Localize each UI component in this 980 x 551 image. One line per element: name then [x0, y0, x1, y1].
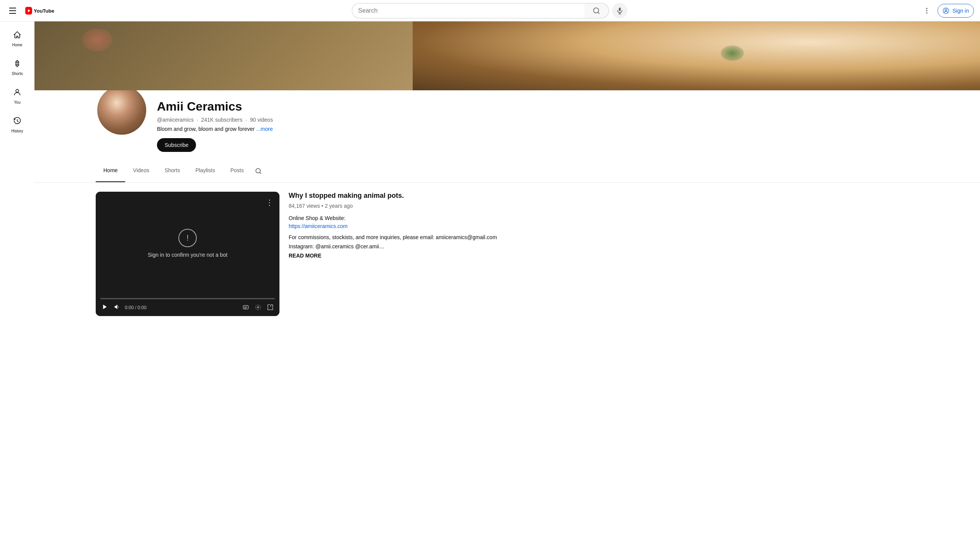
avatar-image	[97, 86, 146, 135]
video-more-button[interactable]: ⋮	[264, 196, 275, 209]
channel-avatar	[96, 84, 148, 136]
controls-row: 0:00 / 0:00	[100, 302, 275, 313]
svg-point-7	[926, 10, 928, 11]
volume-icon	[114, 304, 120, 310]
more-vert-icon	[923, 7, 931, 15]
subscriber-count: 241K subscribers	[201, 117, 242, 123]
subscribe-button[interactable]: Subscribe	[157, 138, 196, 152]
sidebar-item-history-label: History	[11, 129, 23, 133]
warning-icon: !	[178, 229, 197, 247]
svg-marker-14	[103, 305, 106, 309]
channel-banner	[34, 21, 980, 90]
tab-videos[interactable]: Videos	[125, 161, 157, 182]
channel-stats: @amiiceramics · 241K subscribers · 90 vi…	[157, 117, 919, 123]
banner-accent	[82, 28, 113, 51]
you-icon	[13, 88, 21, 98]
shorts-icon	[13, 59, 21, 69]
video-player[interactable]: ⋮ ! Sign in to confirm you're not a bot	[96, 192, 279, 316]
mute-button[interactable]	[113, 302, 122, 313]
video-meta: 84,167 views • 2 years ago	[289, 203, 919, 209]
fullscreen-icon	[267, 304, 273, 310]
channel-meta: Amii Ceramics @amiiceramics · 241K subsc…	[157, 99, 919, 152]
main-content: Amii Ceramics @amiiceramics · 241K subsc…	[34, 21, 980, 325]
hamburger-line	[9, 13, 16, 14]
svg-rect-3	[619, 7, 621, 11]
sidebar-item-you-label: You	[14, 100, 21, 104]
banner-image	[34, 21, 980, 90]
mic-icon	[616, 7, 624, 15]
sidebar-item-you[interactable]: You	[2, 82, 33, 111]
home-icon	[13, 31, 21, 41]
svg-point-8	[926, 12, 928, 13]
svg-point-6	[926, 8, 928, 9]
video-area: ⋮ ! Sign in to confirm you're not a bot	[96, 192, 279, 295]
tab-shorts[interactable]: Shorts	[157, 161, 188, 182]
sidebar-item-home-label: Home	[12, 43, 23, 47]
video-controls: 0:00 / 0:00	[96, 295, 279, 316]
channel-search-icon	[255, 167, 262, 175]
channel-handle: @amiiceramics	[157, 117, 194, 123]
play-icon	[102, 304, 108, 310]
tab-posts[interactable]: Posts	[223, 161, 252, 182]
channel-desc-more[interactable]: ...more	[256, 126, 273, 132]
video-sign-in-message: Sign in to confirm you're not a bot	[148, 252, 227, 258]
fullscreen-button[interactable]	[266, 303, 275, 313]
play-button[interactable]	[100, 302, 109, 313]
banner-cat-image	[413, 21, 980, 90]
history-icon	[13, 117, 21, 127]
youtube-logo-svg: YouTube	[25, 7, 60, 15]
tab-home[interactable]: Home	[96, 161, 125, 182]
time-display: 0:00 / 0:00	[125, 305, 147, 310]
voice-search-button[interactable]	[612, 3, 627, 18]
content-area: ⋮ ! Sign in to confirm you're not a bot	[34, 183, 980, 325]
video-title: Why I stopped making animal pots.	[289, 192, 919, 200]
subtitles-icon	[243, 304, 249, 310]
search-input[interactable]	[352, 3, 585, 18]
search-icon	[593, 7, 600, 15]
more-options-button[interactable]	[919, 3, 934, 18]
video-count: 90 videos	[250, 117, 273, 123]
search-form[interactable]	[352, 3, 609, 18]
subtitles-button[interactable]	[241, 303, 250, 313]
sign-in-button[interactable]: Sign in	[938, 4, 974, 18]
commission-text: For commissions, stockists, and more inq…	[289, 234, 919, 240]
channel-desc-text: Bloom and grow, bloom and grow forever	[157, 126, 255, 132]
channel-description: Bloom and grow, bloom and grow forever .…	[157, 126, 919, 132]
sign-in-label: Sign in	[952, 8, 969, 14]
svg-point-10	[945, 9, 947, 11]
shop-heading: Online Shop & Website:	[289, 215, 919, 221]
channel-info: Amii Ceramics @amiiceramics · 241K subsc…	[34, 90, 980, 161]
settings-button[interactable]	[253, 303, 263, 313]
sidebar-item-history[interactable]: History	[2, 111, 33, 139]
header-left: YouTube	[6, 5, 60, 17]
youtube-logo[interactable]: YouTube	[25, 7, 60, 15]
svg-point-12	[16, 90, 18, 92]
hamburger-button[interactable]	[6, 5, 19, 17]
sidebar: Home Shorts You H	[0, 21, 34, 325]
progress-bar[interactable]	[100, 298, 275, 299]
search-button[interactable]	[585, 3, 609, 18]
settings-icon	[255, 304, 261, 310]
channel-search-button[interactable]	[252, 161, 265, 182]
hamburger-line	[9, 10, 16, 11]
read-more-button[interactable]: READ MORE	[289, 253, 322, 259]
video-description: Why I stopped making animal pots. 84,167…	[289, 192, 919, 316]
banner-eye	[721, 46, 744, 61]
channel-tabs: Home Videos Shorts Playlists Posts	[34, 161, 980, 183]
svg-point-19	[257, 306, 259, 308]
header-center	[352, 3, 627, 18]
sidebar-item-shorts[interactable]: Shorts	[2, 53, 33, 82]
sidebar-item-home[interactable]: Home	[2, 24, 33, 53]
hamburger-line	[9, 8, 16, 8]
tab-playlists[interactable]: Playlists	[188, 161, 222, 182]
header: YouTube	[0, 0, 980, 21]
svg-text:YouTube: YouTube	[34, 8, 54, 14]
account-circle-icon	[942, 7, 949, 14]
channel-name: Amii Ceramics	[157, 99, 919, 114]
svg-rect-16	[243, 305, 248, 309]
shop-url-link[interactable]: https://amiiceramics.com	[289, 223, 348, 229]
instagram-text: Instagram: @amii.ceramics @cer.amii…	[289, 243, 919, 249]
svg-marker-15	[115, 305, 117, 309]
header-right: Sign in	[919, 3, 974, 18]
sidebar-item-shorts-label: Shorts	[12, 72, 23, 76]
